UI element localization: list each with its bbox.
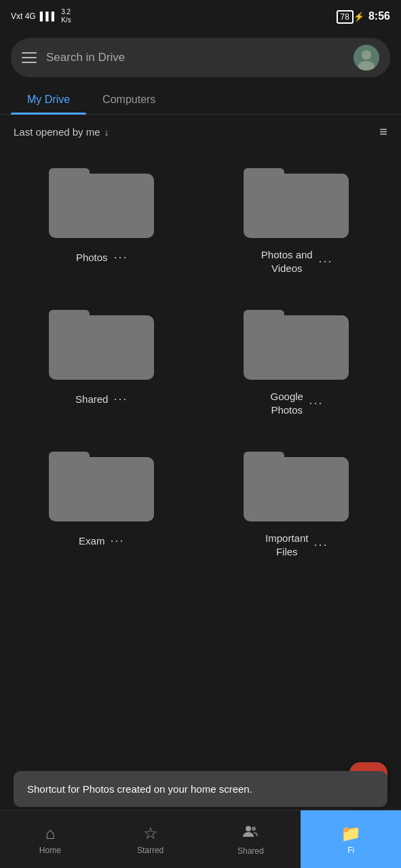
carrier-text: Vxt 4G [11,12,36,21]
folder-more-button[interactable]: ⋮ [306,393,325,413]
home-icon: ⌂ [45,824,56,843]
svg-rect-14 [244,452,284,465]
file-name-row: Shared ⋮ [11,390,195,409]
status-left: Vxt 4G ▌▌▌ 3.2K/s [11,8,71,24]
folder-more-button[interactable]: ⋮ [108,532,127,551]
status-bar: Vxt 4G ▌▌▌ 3.2K/s 78⚡ 8:56 [0,0,401,33]
time-text: 8:56 [368,10,390,22]
sort-bar: Last opened by me ↓ ≡ [0,115,401,149]
sort-label[interactable]: Last opened by me ↓ [14,126,109,138]
nav-item-home[interactable]: ⌂ Home [0,810,100,868]
folder-icon [244,443,352,525]
folder-icon [49,302,157,383]
folder-icon [244,302,352,383]
view-toggle-icon[interactable]: ≡ [379,124,387,140]
starred-icon: ☆ [143,824,158,843]
svg-rect-9 [244,315,349,380]
folder-icon [49,443,157,525]
nav-label-home: Home [39,846,61,855]
files-icon: 📁 [341,824,361,843]
search-input[interactable]: Search in Drive [46,51,344,64]
signal-icon: ▌▌▌ [40,12,58,21]
file-name-row: Photos ⋮ [11,248,195,267]
avatar[interactable] [354,45,379,71]
file-name-row: Photos andVideos ⋮ [206,248,391,275]
folder-more-button[interactable]: ⋮ [111,390,130,410]
folder-item[interactable]: Shared ⋮ [5,291,201,433]
battery-text: 78⚡ [337,12,364,22]
folder-name: GooglePhotos [271,390,303,416]
tab-bar: My Drive Computers [0,85,401,115]
nav-item-starred[interactable]: ☆ Starred [100,810,201,868]
nav-item-files[interactable]: 📁 Fi [301,810,401,868]
folder-item[interactable]: Exam ⋮ [5,433,201,574]
folder-name: Shared [75,393,108,406]
svg-rect-7 [49,315,154,380]
folder-more-button[interactable]: ⋮ [111,248,130,268]
svg-rect-13 [244,457,349,521]
speed-text: 3.2K/s [61,8,71,24]
tab-my-drive[interactable]: My Drive [11,85,86,114]
file-name-row: GooglePhotos ⋮ [206,390,391,416]
shared-icon [242,823,259,844]
svg-rect-4 [49,168,90,182]
svg-point-15 [246,826,251,831]
file-name-row: ImportantFiles ⋮ [206,532,391,558]
folder-icon [244,160,352,241]
file-grid: Photos ⋮ Photos andVideos ⋮ Shared ⋮ [0,149,401,574]
svg-rect-11 [49,457,154,521]
svg-rect-8 [49,310,90,323]
svg-rect-6 [244,168,284,182]
nav-label-files: Fi [347,846,354,855]
svg-point-1 [362,50,371,60]
tooltip: Shortcut for Photos created on your home… [14,771,387,807]
svg-rect-12 [49,452,90,465]
file-name-row: Exam ⋮ [11,532,195,551]
folder-more-button[interactable]: ⋮ [311,535,330,555]
tooltip-text: Shortcut for Photos created on your home… [27,783,252,795]
folder-name: ImportantFiles [265,532,308,558]
folder-item[interactable]: Photos ⋮ [5,149,201,291]
folder-name: Exam [79,534,104,548]
status-right: 78⚡ 8:56 [337,10,390,22]
nav-label-shared: Shared [237,846,264,856]
sort-arrow-icon: ↓ [104,127,109,138]
nav-item-shared[interactable]: Shared [201,810,301,868]
folder-icon [49,160,157,241]
svg-rect-10 [244,310,284,323]
nav-label-starred: Starred [137,846,164,855]
folder-more-button[interactable]: ⋮ [316,252,335,271]
svg-rect-5 [244,174,349,238]
search-bar[interactable]: Search in Drive [11,38,390,77]
sort-label-text: Last opened by me [14,126,100,138]
tab-computers[interactable]: Computers [86,85,172,114]
bottom-nav: ⌂ Home ☆ Starred Shared 📁 Fi [0,810,401,868]
hamburger-icon[interactable] [22,52,37,63]
folder-name: Photos [76,251,108,264]
folder-item[interactable]: Photos andVideos ⋮ [201,149,396,291]
folder-item[interactable]: ImportantFiles ⋮ [201,433,396,574]
folder-item[interactable]: GooglePhotos ⋮ [201,291,396,433]
svg-rect-3 [49,174,154,238]
folder-name: Photos andVideos [261,248,313,275]
svg-point-16 [252,827,256,831]
